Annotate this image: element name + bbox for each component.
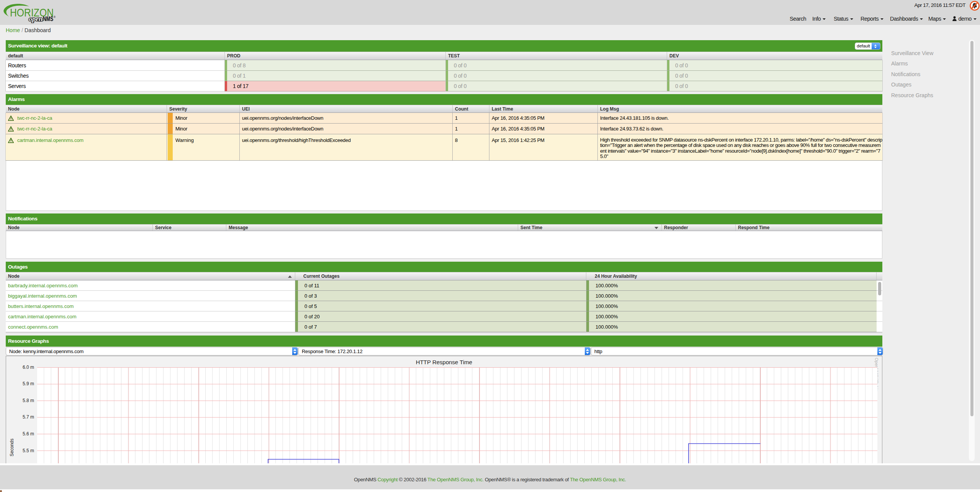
svg-text:NMS: NMS xyxy=(43,15,53,22)
svg-text:®: ® xyxy=(54,16,56,18)
svg-text:open: open xyxy=(29,15,43,23)
